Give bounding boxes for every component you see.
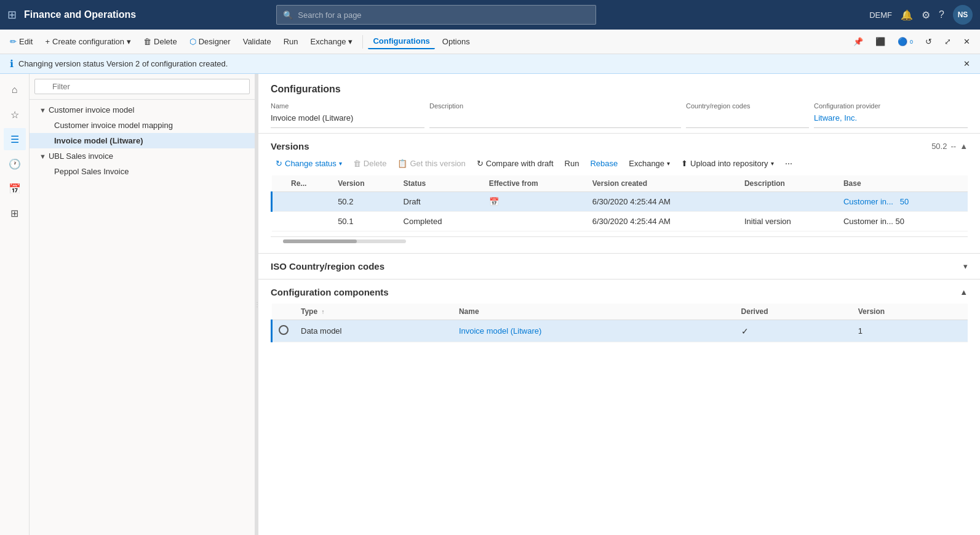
grid-icon[interactable]: ⊞: [7, 8, 17, 22]
extend-icon[interactable]: ⬛: [870, 34, 890, 49]
versions-exchange-button[interactable]: Exchange ▾: [624, 156, 675, 171]
options-tab[interactable]: Options: [437, 34, 475, 49]
search-input[interactable]: [298, 10, 589, 20]
edit-button[interactable]: ✏ Edit: [5, 34, 38, 49]
help-icon[interactable]: ?: [939, 9, 944, 20]
pin-icon[interactable]: 📌: [848, 34, 868, 49]
tree-item-customer-invoice-mapping[interactable]: Customer invoice model mapping: [30, 118, 255, 133]
chevron-down-icon: ▾: [127, 37, 131, 46]
row-status: Completed: [397, 212, 483, 231]
col-effective-from: Effective from: [483, 175, 586, 192]
row-effective-from: [483, 212, 586, 231]
toolbar-separator: [362, 35, 363, 49]
iso-section-header[interactable]: ISO Country/region codes ▾: [271, 261, 968, 272]
horizontal-scrollbar[interactable]: [283, 239, 406, 243]
expand-icon: ▼: [39, 153, 46, 160]
horizontal-scroll-area: [271, 236, 968, 246]
grid-view-icon[interactable]: ⊞: [4, 202, 26, 224]
add-icon: +: [45, 37, 50, 46]
notification-icon[interactable]: 🔔: [901, 9, 913, 21]
col-base: Base: [837, 175, 968, 192]
top-navigation: ⊞ Finance and Operations 🔍 DEMF 🔔 ⚙ ? NS: [0, 0, 980, 30]
search-icon: 🔍: [283, 10, 293, 20]
upload-into-repository-button[interactable]: ⬆ Upload into repository ▾: [676, 156, 778, 171]
versions-table: Re... Version Status Effective from Vers…: [271, 175, 968, 231]
list-icon[interactable]: ☰: [4, 128, 26, 150]
validate-button[interactable]: Validate: [238, 34, 276, 49]
main-toolbar: ✏ Edit + Create configuration ▾ 🗑 Delete…: [0, 30, 980, 54]
version-number: 50.2: [931, 142, 947, 151]
clock-icon[interactable]: 🕐: [4, 153, 26, 175]
row-indicator: [272, 192, 285, 212]
name-label: Name: [271, 102, 424, 110]
banner-close-icon[interactable]: ✕: [963, 59, 970, 68]
exchange-caret-icon: ▾: [667, 160, 670, 167]
more-options-button[interactable]: ⋯: [780, 157, 797, 171]
calendar-icon[interactable]: 📅: [4, 177, 26, 199]
tree-item-label: Customer invoice model: [49, 105, 134, 115]
run-button[interactable]: Run: [279, 34, 303, 49]
description-field: Description: [429, 102, 681, 128]
provider-value[interactable]: Litware, Inc.: [814, 111, 968, 128]
change-status-button[interactable]: ↻ Change status ▾: [271, 156, 347, 171]
refresh-icon[interactable]: ↺: [920, 34, 937, 49]
tree-item-label: Invoice model (Litware): [54, 136, 143, 145]
component-name-link[interactable]: Invoice model (Litware): [459, 326, 541, 336]
table-row[interactable]: Data model Invoice model (Litware) ✓ 1: [272, 320, 968, 342]
change-status-caret-icon: ▾: [339, 160, 342, 167]
search-bar[interactable]: 🔍: [276, 5, 596, 25]
delete-button[interactable]: 🗑 Delete: [138, 34, 182, 49]
versions-title: Versions: [271, 141, 309, 151]
radio-button[interactable]: [279, 325, 289, 335]
compare-with-draft-button[interactable]: ↻ Compare with draft: [472, 156, 559, 171]
col-description: Description: [738, 175, 837, 192]
row-version-created: 6/30/2020 4:25:44 AM: [586, 192, 738, 212]
versions-delete-button[interactable]: 🗑 Delete: [348, 156, 392, 171]
config-fields: Name Invoice model (Litware) Description…: [271, 102, 968, 128]
col-type: Type ↑: [295, 304, 453, 320]
scrollbar-thumb[interactable]: [283, 239, 357, 243]
checkmark-icon: ✓: [741, 326, 749, 336]
tree-item-ubl-sales-invoice[interactable]: ▼ UBL Sales invoice: [30, 148, 255, 164]
base-num-link[interactable]: 50: [900, 197, 909, 206]
designer-icon: ⬡: [189, 37, 196, 46]
rebase-button[interactable]: Rebase: [585, 156, 623, 171]
star-icon[interactable]: ☆: [4, 103, 26, 126]
get-this-version-button[interactable]: 📋 Get this version: [392, 156, 470, 171]
open-new-icon[interactable]: ⤢: [939, 34, 956, 49]
components-section-header[interactable]: Configuration components ▲: [271, 287, 968, 297]
table-row[interactable]: 50.2 Draft 📅 6/30/2020 4:25:44 AM Custom…: [272, 192, 968, 212]
banner-message: Changing version status Version 2 of con…: [18, 59, 228, 68]
versions-header: Versions 50.2 -- ▲: [271, 141, 968, 151]
configurations-tab[interactable]: Configurations: [368, 34, 434, 49]
col-name: Name: [453, 304, 735, 320]
tree-item-peppol-sales-invoice[interactable]: Peppol Sales Invoice: [30, 164, 255, 179]
settings-icon[interactable]: ⚙: [922, 9, 930, 21]
avatar[interactable]: NS: [953, 5, 973, 25]
filter-input[interactable]: [34, 79, 250, 94]
components-table: Type ↑ Name Derived Version Data model: [271, 304, 968, 342]
home-icon[interactable]: ⌂: [4, 79, 26, 101]
content-area: Configurations Name Invoice model (Litwa…: [258, 74, 980, 535]
tree-item-customer-invoice-model[interactable]: ▼ Customer invoice model: [30, 102, 255, 118]
versions-section: Versions 50.2 -- ▲ ↻ Change status ▾ 🗑 D…: [258, 134, 980, 253]
versions-run-button[interactable]: Run: [560, 156, 584, 171]
components-section: Configuration components ▲ Type ↑ Name D…: [258, 279, 980, 350]
row-radio[interactable]: [272, 320, 295, 342]
create-configuration-button[interactable]: + Create configuration ▾: [40, 34, 136, 49]
table-row[interactable]: 50.1 Completed 6/30/2020 4:25:44 AM Init…: [272, 212, 968, 231]
chevron-up-icon[interactable]: ▲: [960, 142, 968, 151]
row-version-created: 6/30/2020 4:25:44 AM: [586, 212, 738, 231]
base-link[interactable]: Customer in...: [843, 197, 893, 206]
name-field: Name Invoice model (Litware): [271, 102, 424, 128]
versions-count: 50.2 -- ▲: [931, 142, 968, 151]
tree-item-invoice-model-litware[interactable]: Invoice model (Litware): [30, 133, 255, 148]
designer-button[interactable]: ⬡ Designer: [185, 34, 236, 49]
exchange-button[interactable]: Exchange ▾: [306, 34, 358, 49]
badge-icon[interactable]: 🔵0: [893, 34, 918, 49]
row-description: Initial version: [738, 212, 837, 231]
version-separator: --: [950, 142, 956, 151]
col-comp-version: Version: [852, 304, 968, 320]
tree-item-label: UBL Sales invoice: [49, 151, 113, 161]
close-icon[interactable]: ✕: [958, 34, 975, 49]
